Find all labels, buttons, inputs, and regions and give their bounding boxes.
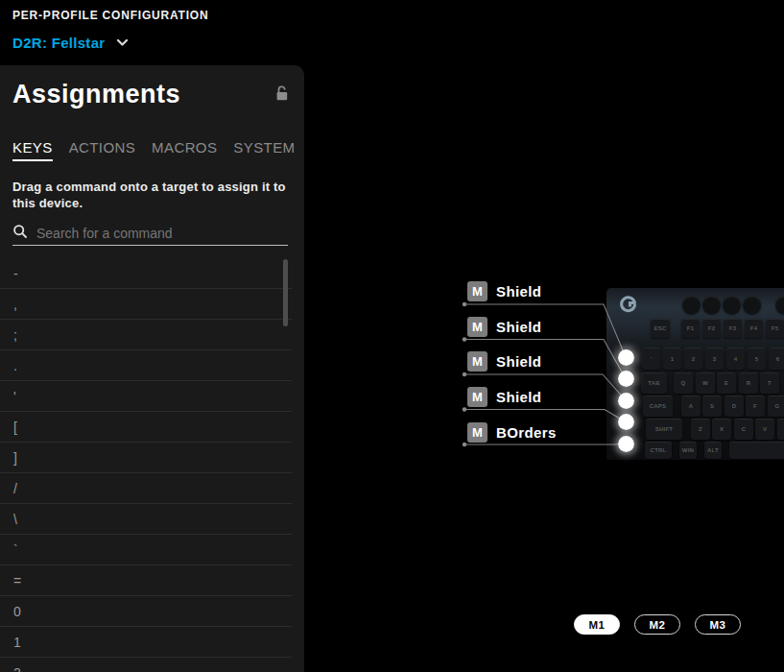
macro-badge: M [467, 387, 487, 407]
section-label: PER-PROFILE CONFIGURATION [12, 9, 208, 22]
assignment-label: Shield [496, 353, 541, 370]
keyboard-key: S [702, 396, 722, 417]
macro-badge: M [467, 317, 487, 337]
keyboard-key: V [755, 419, 774, 440]
search-icon [12, 224, 28, 243]
keyboard-key: Q [674, 372, 693, 394]
keyboard-key: SHIFT [646, 419, 682, 440]
command-list: -,;.'[]/\`=012 [0, 258, 304, 672]
assignment[interactable]: MShield [467, 386, 541, 407]
command-list-item[interactable]: ; [0, 320, 292, 350]
assignment-label: BOrders [496, 424, 557, 441]
tab-macros[interactable]: MACROS [152, 139, 217, 161]
logitech-g-logo-icon [619, 294, 638, 317]
gkey-highlight[interactable] [618, 414, 634, 430]
media-button [702, 296, 721, 314]
panel-title: Assignments [12, 80, 180, 109]
command-list-item[interactable]: / [0, 473, 292, 504]
panel-tabs: KEYSACTIONSMACROSSYSTEM [12, 139, 295, 161]
keyboard-key: TAB [641, 372, 667, 394]
assignment[interactable]: MShield [467, 351, 541, 372]
keyboard-key: 4 [726, 348, 745, 370]
command-list-item[interactable]: - [0, 258, 292, 289]
ghub-screen: PER-PROFILE CONFIGURATION D2R: Fellstar … [0, 0, 784, 672]
keyboard-key: G [768, 396, 784, 417]
tab-system[interactable]: SYSTEM [233, 139, 295, 161]
assignment[interactable]: MShield [467, 316, 541, 337]
memory-slot-m2[interactable]: M2 [634, 614, 680, 635]
gkey-highlight[interactable] [618, 393, 634, 409]
scrollbar-thumb[interactable] [283, 259, 288, 326]
unlock-icon[interactable] [273, 84, 291, 102]
keyboard-key: C [734, 419, 753, 440]
command-list-item[interactable]: \ [0, 504, 292, 535]
command-list-item[interactable]: [ [0, 412, 292, 443]
keyboard-key [729, 442, 784, 459]
keyboard-key: ` [642, 348, 660, 370]
assignment-label: Shield [496, 283, 541, 300]
tab-keys[interactable]: KEYS [12, 139, 53, 161]
macro-badge: M [467, 281, 487, 301]
keyboard-key: CTRL [645, 442, 672, 459]
assignment-label: Shield [496, 319, 541, 335]
memory-slot-m3[interactable]: M3 [695, 614, 741, 635]
keyboard-key: X [712, 419, 731, 440]
keyboard-key: R [739, 372, 758, 394]
command-list-item[interactable]: , [0, 289, 292, 320]
media-button [723, 296, 741, 314]
media-button [682, 296, 701, 314]
command-list-item[interactable]: ' [0, 381, 292, 412]
keyboard-key: F1 [681, 319, 700, 338]
command-list-item[interactable]: = [0, 565, 292, 596]
chevron-down-icon [116, 34, 129, 51]
keyboard-key: W [696, 372, 715, 394]
command-list-item[interactable]: 2 [0, 658, 292, 672]
panel-description: Drag a command onto a target to assign i… [12, 179, 293, 211]
assignment-label: Shield [496, 389, 541, 405]
assignments-panel: Assignments KEYSACTIONSMACROSSYSTEM Drag… [0, 65, 304, 672]
macro-badge: M [467, 422, 487, 443]
gkey-highlight[interactable] [618, 349, 634, 366]
profile-name[interactable]: D2R: Fellstar [12, 35, 105, 51]
keyboard-key: A [681, 396, 701, 417]
keyboard-key: 1 [663, 348, 681, 370]
keyboard-key: F [746, 396, 765, 417]
keyboard-key: ESC [651, 319, 670, 338]
keyboard-key: F3 [724, 319, 742, 338]
media-button [743, 296, 761, 314]
media-button [775, 296, 784, 314]
search-row [12, 222, 288, 246]
assignment[interactable]: MShield [467, 280, 541, 301]
keyboard-key: T [760, 372, 779, 394]
command-list-item[interactable]: . [0, 350, 292, 381]
command-list-item[interactable]: 1 [0, 627, 292, 658]
keyboard-key: Z [691, 419, 710, 440]
keyboard-key: D [725, 396, 744, 417]
keyboard-key: CAPS [643, 396, 673, 417]
keyboard-key: 6 [769, 348, 784, 370]
gkey-highlight[interactable] [618, 371, 634, 387]
tab-actions[interactable]: ACTIONS [69, 139, 135, 161]
gkey-highlight[interactable] [618, 436, 634, 452]
search-input[interactable] [36, 226, 288, 241]
command-list-item[interactable]: ` [0, 535, 292, 565]
keyboard-key: F4 [745, 319, 763, 338]
macro-badge: M [467, 351, 487, 372]
keyboard-key: F5 [766, 319, 784, 338]
assignment[interactable]: MBOrders [467, 421, 557, 443]
keyboard-key: E [717, 372, 736, 394]
keyboard-key: WIN [679, 442, 697, 459]
command-list-item[interactable]: 0 [0, 596, 292, 627]
memory-slot-m1[interactable]: M1 [574, 614, 620, 635]
keyboard-key: 5 [748, 348, 766, 370]
keyboard-key: F2 [702, 319, 721, 338]
command-list-item[interactable]: ] [0, 443, 292, 473]
profile-selector[interactable]: D2R: Fellstar [12, 34, 129, 51]
keyboard-key: B [777, 419, 784, 440]
keyboard-key: ALT [704, 442, 722, 459]
keyboard-key: 2 [684, 348, 702, 370]
keyboard-key: 3 [705, 348, 724, 370]
